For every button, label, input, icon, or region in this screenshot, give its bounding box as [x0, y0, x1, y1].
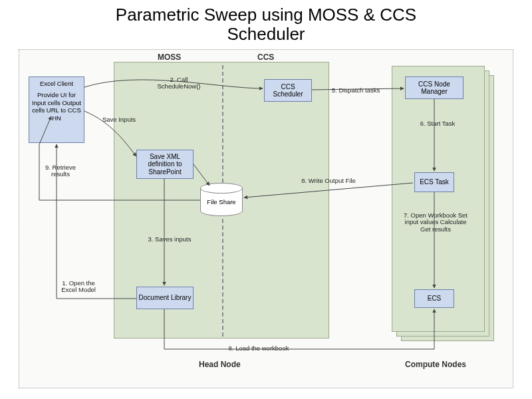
excel-client-box: Excel Client Provide UI for Input cells … — [29, 76, 84, 143]
file-share-label: File Share — [207, 198, 235, 205]
ccs-scheduler-box: CCS Scheduler — [264, 79, 312, 102]
label-1: 1. Open the Excel Model — [55, 280, 102, 294]
label-2: 2. Call ScheduleNow() — [152, 76, 205, 90]
ccs-label: CCS — [257, 53, 274, 62]
footer-compute: Compute Nodes — [405, 360, 466, 369]
label-3: 3. Saves inputs — [143, 236, 196, 243]
moss-label: MOSS — [158, 53, 181, 62]
label-5: 5. Dispatch tasks — [329, 87, 382, 94]
label-8w: 8. Write Output File — [299, 178, 358, 184]
excel-name: Excel Client — [32, 80, 81, 87]
label-9: 9. Retrieve results — [42, 164, 79, 178]
page-title: Parametric Sweep using MOSS & CCS Schedu… — [0, 0, 532, 43]
diagram-canvas: MOSS CCS Excel Client Provide UI for Inp… — [19, 49, 513, 388]
ecs-task-box: ECS Task — [414, 172, 454, 192]
doc-lib-box: Document Library — [136, 287, 194, 309]
node-manager-box: CCS Node Manager — [405, 76, 464, 99]
footer-headnode: Head Node — [199, 360, 241, 369]
label-8l: 8. Load the workbook — [219, 345, 299, 352]
label-7: 7. Open Workbook Set input values Calcul… — [402, 212, 469, 233]
save-xml-box: Save XML definition to SharePoint — [136, 150, 194, 179]
label-6: 6. Start Task — [414, 120, 461, 127]
title-line1: Parametric Sweep using MOSS & CCS — [116, 5, 416, 25]
ecs-box: ECS — [414, 289, 454, 308]
excel-desc: Provide UI for Input cells Output cells … — [32, 91, 81, 122]
title-line2: Scheduler — [227, 24, 305, 44]
label-save-inputs: Save Inputs — [99, 116, 139, 123]
